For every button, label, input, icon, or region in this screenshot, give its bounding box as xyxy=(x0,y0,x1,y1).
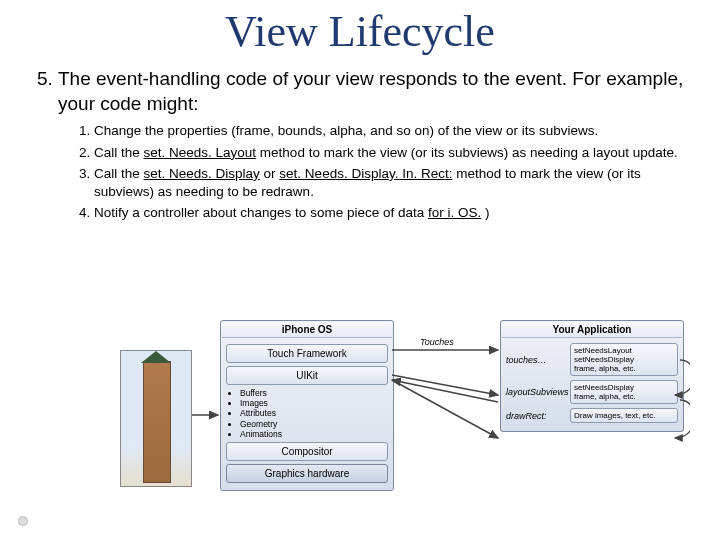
iphone-os-body: Touch Framework UIKit Buffers Images Att… xyxy=(222,338,392,489)
iphone-bullet: Buffers xyxy=(240,388,388,398)
application-header: Your Application xyxy=(502,322,682,338)
sub3-u1: set. Needs. Display xyxy=(144,166,260,181)
app-pill-layout: setNeedsDisplay frame, alpha, etc. xyxy=(570,380,678,404)
app-row-draw: drawRect: Draw images, text, etc. xyxy=(506,408,678,423)
sub3-pre: Call the xyxy=(94,166,144,181)
iphone-bullet: Attributes xyxy=(240,408,388,418)
iphone-bullet: Geometry xyxy=(240,419,388,429)
main-list-item: The event-handling code of your view res… xyxy=(58,67,692,222)
slide-title: View Lifecycle xyxy=(0,6,720,57)
iphone-row-uikit: UIKit xyxy=(226,366,388,385)
iphone-bullet: Images xyxy=(240,398,388,408)
iphone-os-header: iPhone OS xyxy=(222,322,392,338)
arrow-label-touches: Touches xyxy=(420,337,454,347)
svg-line-3 xyxy=(392,380,498,402)
sub4-post: ) xyxy=(481,205,489,220)
sub-item-1: Change the properties (frame, bounds, al… xyxy=(94,122,692,140)
application-body: touches… setNeedsLayout setNeedsDisplay … xyxy=(502,338,682,430)
sub-item-2: Call the set. Needs. Layout method to ma… xyxy=(94,144,692,162)
sub4-u1: for i. OS. xyxy=(428,205,481,220)
iphone-bullets: Buffers Images Attributes Geometry Anima… xyxy=(240,388,388,439)
sub2-u1: set. Needs. Layout xyxy=(144,145,257,160)
sub3-u2: set. Needs. Display. In. Rect: xyxy=(279,166,452,181)
tower-roof xyxy=(141,351,171,363)
iphone-os-panel: iPhone OS Touch Framework UIKit Buffers … xyxy=(220,320,394,491)
app-pill-touches: setNeedsLayout setNeedsDisplay frame, al… xyxy=(570,343,678,376)
app-pill-draw: Draw images, text, etc. xyxy=(570,408,678,423)
sub-item-3: Call the set. Needs. Display or set. Nee… xyxy=(94,165,692,201)
footer-dot-icon xyxy=(18,516,28,526)
main-list: The event-handling code of your view res… xyxy=(18,67,692,222)
tower-photo xyxy=(120,350,192,487)
svg-line-2 xyxy=(392,375,498,395)
sub3-mid: or xyxy=(260,166,280,181)
diagram: iPhone OS Touch Framework UIKit Buffers … xyxy=(120,320,690,520)
iphone-row-touch: Touch Framework xyxy=(226,344,388,363)
app-label-touches: touches… xyxy=(506,355,570,365)
app-label-layout: layoutSubviews xyxy=(506,387,570,397)
svg-line-4 xyxy=(392,380,498,438)
app-row-touches: touches… setNeedsLayout setNeedsDisplay … xyxy=(506,343,678,376)
iphone-bullet: Animations xyxy=(240,429,388,439)
sub4-pre: Notify a controller about changes to som… xyxy=(94,205,428,220)
sub2-pre: Call the xyxy=(94,145,144,160)
main-item-text: The event-handling code of your view res… xyxy=(58,68,683,114)
sub-list: Change the properties (frame, bounds, al… xyxy=(58,122,692,222)
sub2-post: method to mark the view (or its subviews… xyxy=(256,145,678,160)
iphone-row-compositor: Compositor xyxy=(226,442,388,461)
tower-body xyxy=(143,361,171,483)
sub-item-4: Notify a controller about changes to som… xyxy=(94,204,692,222)
iphone-row-graphics: Graphics hardware xyxy=(226,464,388,483)
app-row-layout: layoutSubviews setNeedsDisplay frame, al… xyxy=(506,380,678,404)
app-label-draw: drawRect: xyxy=(506,411,570,421)
application-panel: Your Application touches… setNeedsLayout… xyxy=(500,320,684,432)
